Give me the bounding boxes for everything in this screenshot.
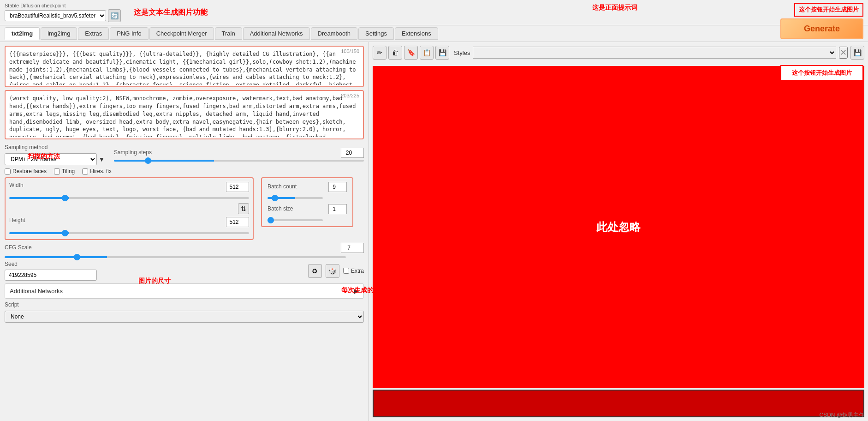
dimensions-batch-row: Width ⇅ Height (5, 177, 364, 240)
sampling-method-dropdown[interactable]: DPM++ 2M Karras Euler a Euler (5, 153, 97, 165)
negative-counter: 203/225 (341, 93, 359, 98)
batch-size-label: Batch size (268, 205, 293, 212)
swap-dimensions-button[interactable]: ⇅ (238, 203, 249, 214)
seed-section: Seed ♻ 🎲 Extra (5, 261, 364, 281)
script-section: Script None (5, 301, 364, 323)
annotation-generate: 这个按钮开始生成图片 (794, 3, 863, 17)
positive-prompt-wrapper: 100/150 (5, 46, 364, 87)
width-slider[interactable] (9, 197, 249, 199)
width-input[interactable] (226, 182, 249, 192)
script-dropdown[interactable]: None (5, 311, 364, 323)
extra-checkbox[interactable]: Extra (343, 268, 364, 274)
tab-dreambooth[interactable]: Dreambooth (311, 27, 358, 40)
tab-settings[interactable]: Settings (358, 27, 394, 40)
height-slider[interactable] (9, 232, 249, 234)
batch-count-input[interactable] (328, 182, 347, 192)
dropdown-arrow-icon: ▼ (99, 156, 105, 163)
copy-icon-button[interactable]: 📋 (420, 46, 434, 60)
hires-fix-checkbox[interactable]: Hires. fix (82, 168, 112, 174)
checkpoint-select-row: braBeautifulRealistic_brav5.safetensors … (5, 9, 121, 22)
negative-prompt-input[interactable] (6, 91, 363, 137)
nav-tabs: txt2img img2img Extras PNG Info Checkpoi… (0, 25, 868, 42)
pencil-icon-button[interactable]: ✏ (373, 46, 386, 60)
positive-prompt-input[interactable] (6, 47, 363, 85)
annotation-prompt: 这是正面提示词 (592, 4, 637, 12)
image-ignore-text: 此处忽略 (596, 220, 641, 235)
main-content: 100/150 这是提示不能出现的特性 203/225 Sampling met… (0, 42, 868, 421)
batch-size-input[interactable] (328, 204, 347, 214)
dimensions-box: Width ⇅ Height (5, 177, 254, 240)
positive-counter: 100/150 (341, 48, 359, 54)
height-section: Height (9, 217, 249, 235)
save-icon-button[interactable]: 💾 (435, 46, 449, 60)
tab-extras[interactable]: Extras (78, 27, 109, 40)
width-section: Width (9, 182, 249, 200)
cfg-input[interactable] (341, 243, 364, 253)
random-seed-button[interactable]: 🎲 (326, 264, 339, 278)
tab-extensions[interactable]: Extensions (395, 27, 438, 40)
cfg-label: CFG Scale (5, 244, 32, 251)
height-label: Height (9, 217, 25, 226)
additional-networks-row[interactable]: Additional Networks ▶ (5, 283, 364, 299)
styles-close-button[interactable]: ✕ (839, 47, 848, 59)
negative-prompt-area: 203/225 (5, 90, 364, 139)
seed-input[interactable] (5, 270, 97, 281)
right-annotations: 这个按钮开始生成图片 图片列表 (780, 65, 863, 94)
tab-additional-networks[interactable]: Additional Networks (243, 27, 310, 40)
csdn-footer: CSDN @矩男主任 (819, 411, 864, 419)
annotation-list-text: 图片列表 (780, 85, 863, 94)
styles-save-button[interactable]: 💾 (850, 46, 864, 60)
sampling-select-row: DPM++ 2M Karras Euler a Euler ▼ (5, 153, 105, 165)
batch-count-row: Batch count (268, 182, 347, 200)
batch-size-row: Batch size (268, 204, 347, 223)
additional-networks-arrow-icon: ▶ (354, 288, 359, 295)
height-input[interactable] (226, 217, 249, 227)
image-strip (373, 390, 864, 417)
annotation-top: 这是文本生成图片功能 (134, 8, 208, 18)
image-display-area: 此处忽略 (373, 66, 864, 388)
styles-label: Styles (454, 49, 470, 56)
batch-section: Batch count Batch size (261, 177, 353, 227)
sampling-section: Sampling method DPM++ 2M Karras Euler a … (5, 144, 105, 165)
generate-button[interactable]: Generate (780, 18, 863, 39)
sampling-method-label: Sampling method (5, 144, 105, 150)
batch-count-slider[interactable] (268, 197, 323, 199)
checkpoint-label: Stable Diffusion checkpoint (5, 3, 121, 8)
toolbar-icons: ✏ 🗑 🔖 📋 💾 (373, 46, 449, 60)
checkboxes-row: Restore faces Tiling Hires. fix (5, 168, 364, 174)
cfg-slider[interactable] (5, 256, 346, 258)
tab-txt2img[interactable]: txt2img (5, 27, 40, 40)
right-panel: ✏ 🗑 🔖 📋 💾 Styles ✕ 💾 这个按钮开始生成图片 (369, 42, 868, 421)
steps-slider[interactable] (114, 160, 364, 162)
negative-prompt-wrapper: 这是提示不能出现的特性 203/225 (5, 90, 364, 139)
bookmark-icon-button[interactable]: 🔖 (404, 46, 418, 60)
recycle-seed-button[interactable]: ♻ (308, 264, 322, 278)
styles-dropdown[interactable] (473, 47, 836, 59)
tab-img2img[interactable]: img2img (41, 27, 77, 40)
seed-label: Seed (5, 261, 304, 267)
script-label: Script (5, 301, 364, 308)
sampling-row: Sampling method DPM++ 2M Karras Euler a … (5, 144, 364, 165)
restore-faces-checkbox[interactable]: Restore faces (5, 168, 47, 174)
annotation-generate-box: 这个按钮开始生成图片 (780, 65, 863, 81)
positive-prompt-area: 100/150 (5, 46, 364, 87)
styles-area: Styles ✕ 💾 (454, 46, 864, 60)
steps-label: Sampling steps (114, 149, 152, 156)
additional-networks-label: Additional Networks (10, 288, 63, 295)
tiling-checkbox[interactable]: Tiling (54, 168, 75, 174)
cfg-section: CFG Scale (5, 243, 364, 258)
batch-count-label: Batch count (268, 183, 297, 190)
top-bar: Stable Diffusion checkpoint braBeautiful… (0, 0, 868, 25)
steps-input[interactable] (341, 148, 364, 158)
generate-area-top: 这个按钮开始生成图片 Generate (780, 3, 863, 39)
steps-section: Sampling steps (114, 148, 364, 162)
checkpoint-dropdown[interactable]: braBeautifulRealistic_brav5.safetensors … (5, 10, 106, 21)
tab-train[interactable]: Train (215, 27, 242, 40)
width-label: Width (9, 182, 24, 191)
refresh-button[interactable]: 🔄 (108, 9, 121, 22)
tab-png-info[interactable]: PNG Info (110, 27, 148, 40)
tab-checkpoint-merger[interactable]: Checkpoint Merger (149, 27, 214, 40)
trash-icon-button[interactable]: 🗑 (388, 46, 402, 60)
batch-size-slider[interactable] (268, 219, 323, 221)
left-panel: 100/150 这是提示不能出现的特性 203/225 Sampling met… (0, 42, 369, 421)
